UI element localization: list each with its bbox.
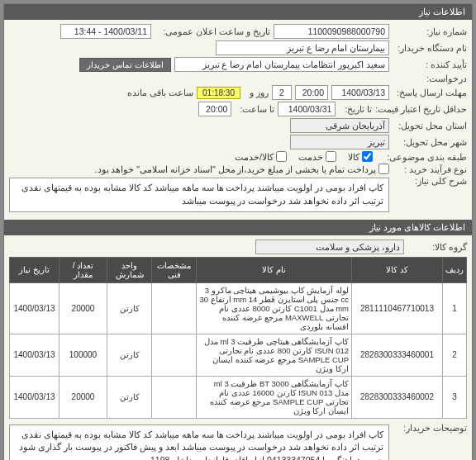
cell-date: 1400/03/13	[10, 376, 60, 418]
buy-type-checkbox[interactable]: پرداخت تمام یا بخشی از مبلغ خرید،از محل …	[95, 164, 389, 174]
cell-idx: 1	[443, 282, 467, 334]
delivery-value: آذربایجان شرقی	[290, 118, 389, 133]
valid-date-label: تا تاریخ:	[339, 104, 372, 114]
need-no-label: شماره نیاز:	[393, 26, 467, 36]
deadline-label: مهلت ارسال پاسخ:	[393, 88, 467, 97]
valid-label: حداقل تاریخ اعتبار قیمت:	[375, 104, 467, 114]
col-date: تاریخ نیاز	[10, 257, 60, 282]
cell-qty: 20000	[60, 282, 107, 334]
cell-spec	[152, 334, 197, 376]
main-panel: اطلاعات نیاز شماره نیاز: 110009098800079…	[3, 3, 473, 460]
cell-spec	[152, 376, 197, 418]
cell-unit: کارتن	[107, 282, 152, 334]
confirmer-value: سعید اکبرپور انتظامات بیمارستان امام رضا…	[174, 57, 389, 72]
cell-name: کاپ آزمایشگاهی هیتاچی ظرفیت 3 ml مدل ISU…	[197, 334, 352, 376]
group-value: دارو، پزشکی و سلامت	[255, 239, 404, 254]
device-value: بیمارستان امام رضا ع تبریز	[216, 40, 389, 55]
table-header-row: ردیف کد کالا نام کالا مشخصات فنی واحد شم…	[10, 257, 467, 282]
countdown-timer: 01:18:30	[197, 87, 240, 99]
items-table: ردیف کد کالا نام کالا مشخصات فنی واحد شم…	[9, 257, 467, 419]
cell-unit: کارتن	[107, 376, 152, 418]
city-value: تبریز	[290, 135, 389, 149]
col-idx: ردیف	[443, 257, 467, 282]
form-area: شماره نیاز: 1100090988000790 تاریخ و ساع…	[4, 20, 472, 218]
col-name: نام کالا	[197, 257, 352, 282]
main-desc-label: شرح کلی نیاز:	[393, 176, 467, 186]
cell-idx: 2	[443, 334, 467, 376]
cell-spec	[152, 282, 197, 334]
table-row[interactable]: 3 2828300333460002 کاپ آزمایشگاهی BT 300…	[10, 376, 467, 418]
cell-idx: 3	[443, 376, 467, 418]
buy-type-label: نوع فرآیند خرید :	[393, 164, 467, 174]
remain-label: ساعت باقی مانده	[127, 88, 193, 97]
valid-time-label: تا ساعت:	[235, 104, 274, 114]
class-both-checkbox[interactable]: کالا/خدمت	[235, 151, 287, 162]
both-check-label: کالا/خدمت	[235, 152, 274, 162]
cell-qty: 20000	[60, 376, 107, 418]
cell-date: 1400/03/13	[10, 282, 60, 334]
cell-unit: کارتن	[107, 334, 152, 376]
col-spec: مشخصات فنی	[152, 257, 197, 282]
cell-code: 2811110467710013	[352, 282, 443, 334]
request-label: درخواست:	[393, 74, 467, 83]
city-label: شهر محل تحویل:	[393, 137, 467, 147]
deadline-date: 1400/03/13	[331, 85, 389, 100]
items-header: اطلاعات کالاهای مورد نیاز	[4, 220, 472, 235]
device-label: نام دستگاه خریدار:	[393, 43, 467, 53]
table-row[interactable]: 2 2828300333460001 کاپ آزمایشگاهی هیتاچی…	[10, 334, 467, 376]
main-desc-box: کاپ افراد بومی در اولویت میباشند پرداخت …	[9, 178, 389, 212]
class-goods-checkbox[interactable]: کالا	[348, 151, 373, 162]
group-label: گروه کالا:	[407, 242, 467, 252]
valid-date: 1400/03/31	[278, 102, 336, 116]
service-check-input[interactable]	[326, 151, 336, 162]
class-service-checkbox[interactable]: خدمت	[298, 151, 336, 162]
days-value: 2	[272, 85, 292, 100]
panel-header: اطلاعات نیاز	[4, 4, 472, 20]
cell-date: 1400/03/13	[10, 334, 60, 376]
valid-time: 20:00	[198, 102, 231, 116]
cell-name: لوله آزمایش کاپ بیوشیمی هیتاچی ماکرو 3 c…	[197, 282, 352, 334]
both-check-input[interactable]	[276, 151, 287, 162]
buy-type-check-input[interactable]	[378, 164, 389, 174]
col-unit: واحد شمارش	[107, 257, 152, 282]
deadline-time: 20:00	[295, 85, 328, 100]
delivery-label: استان محل تحویل:	[393, 121, 467, 130]
announce-value: 1400/03/11 - 13:44	[60, 24, 151, 39]
contact-button[interactable]: اطلاعات تماس خریدار	[79, 58, 171, 72]
cell-code: 2828300333460002	[352, 376, 443, 418]
cell-code: 2828300333460001	[352, 334, 443, 376]
goods-check-input[interactable]	[362, 151, 373, 162]
announce-label: تاریخ و ساعت اعلان عمومی:	[155, 26, 270, 36]
buyer-notes-label: توضیحات خریدار:	[393, 423, 467, 433]
cell-qty: 100000	[60, 334, 107, 376]
need-no-value: 1100090988000790	[274, 24, 389, 39]
buyer-notes-box: کاپ افراد بومی در اولویت میباشند پرداخت …	[9, 424, 389, 461]
class-label: طبقه بندی موضوعی:	[376, 152, 467, 162]
goods-check-label: کالا	[348, 152, 359, 162]
confirmer-label: تأیید کننده :	[393, 59, 467, 69]
table-row[interactable]: 1 2811110467710013 لوله آزمایش کاپ بیوشی…	[10, 282, 467, 334]
cell-name: کاپ آزمایشگاهی BT 3000 ظرفیت 3 ml مدل IS…	[197, 376, 352, 418]
service-check-label: خدمت	[298, 152, 323, 162]
col-qty: تعداد / مقدار	[60, 257, 107, 282]
days-label: روز و	[244, 88, 269, 97]
buy-type-note: پرداخت تمام یا بخشی از مبلغ خرید،از محل …	[95, 164, 376, 174]
col-code: کد کالا	[352, 257, 443, 282]
